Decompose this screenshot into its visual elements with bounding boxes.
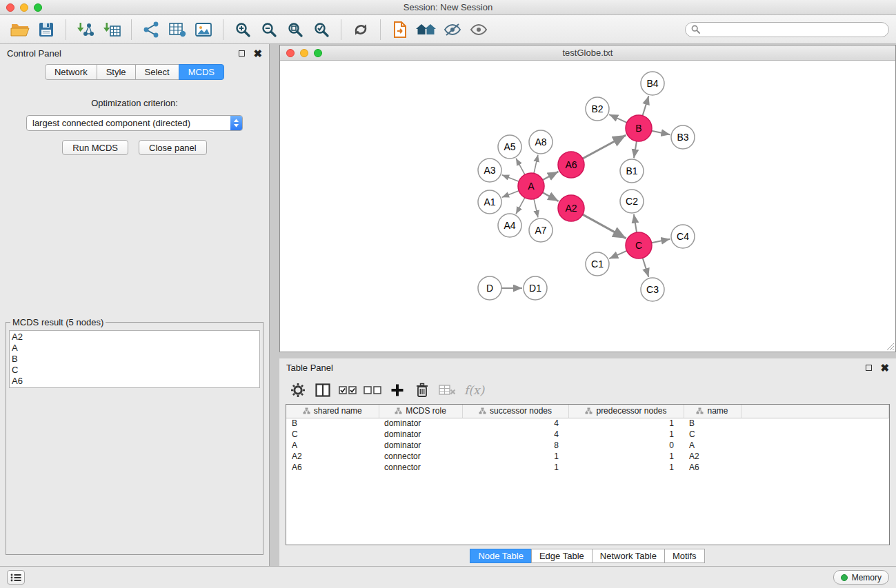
memory-button[interactable]: Memory (833, 570, 889, 585)
graph-edge-A-A7[interactable] (534, 199, 538, 218)
graph-edge-A6-B[interactable] (583, 135, 626, 159)
clear-table-button[interactable] (437, 380, 457, 401)
graph-edge-A-A3[interactable] (502, 175, 519, 181)
deselect-all-rows-button[interactable] (362, 380, 383, 401)
graph-edge-A-A8[interactable] (534, 155, 538, 174)
close-control-panel-button[interactable]: ✖ (253, 48, 262, 59)
zoom-out-button[interactable] (257, 18, 281, 41)
graph-edge-A2-C[interactable] (583, 214, 626, 239)
graph-edge-B-B4[interactable] (643, 96, 649, 116)
graph-edge-B-B3[interactable] (652, 131, 670, 134)
cell[interactable]: A6 (286, 462, 379, 473)
hide-details-button[interactable] (441, 18, 464, 41)
tab-network[interactable]: Network (45, 64, 97, 80)
import-network-button[interactable] (74, 18, 97, 41)
graph-edge-B-B1[interactable] (634, 141, 637, 158)
cell[interactable]: connector (379, 451, 462, 462)
tab-edge-table[interactable]: Edge Table (531, 549, 593, 563)
table-row[interactable]: Adominator80A (286, 440, 889, 451)
search-input[interactable] (704, 24, 883, 34)
zoom-in-button[interactable] (231, 18, 255, 41)
graph-edge-A-A1[interactable] (502, 191, 519, 197)
zoom-selected-button[interactable] (310, 18, 333, 41)
save-session-button[interactable] (34, 18, 58, 41)
run-mcds-button[interactable]: Run MCDS (62, 140, 128, 155)
table-row[interactable]: A6connector11A6 (286, 462, 889, 473)
cell[interactable]: dominator (379, 418, 462, 429)
function-builder-button[interactable]: f(x) (461, 383, 487, 397)
graph-edge-A-A6[interactable] (543, 172, 559, 180)
cell[interactable]: dominator (379, 429, 462, 440)
cell[interactable]: C (286, 429, 379, 440)
column-header-name[interactable]: name (684, 405, 741, 418)
cell[interactable]: A (684, 440, 741, 451)
optimization-criterion-dropdown[interactable]: largest connected component (directed) (26, 115, 243, 131)
network-window-titlebar[interactable]: testGlobe.txt (280, 45, 895, 61)
tab-node-table[interactable]: Node Table (470, 549, 532, 563)
tab-motifs[interactable]: Motifs (664, 549, 705, 563)
cell[interactable]: 0 (568, 440, 684, 451)
cell[interactable]: 1 (462, 451, 568, 462)
show-details-button[interactable] (467, 18, 490, 41)
cell[interactable]: 1 (568, 462, 684, 473)
graph-edge-C-C2[interactable] (634, 214, 637, 232)
network-table-button[interactable] (166, 18, 189, 41)
tab-select[interactable]: Select (135, 64, 179, 80)
cell[interactable]: 1 (568, 418, 684, 429)
cell[interactable]: A (286, 440, 379, 451)
result-item[interactable]: B (12, 354, 257, 365)
home-views-button[interactable] (415, 18, 438, 41)
new-network-button[interactable] (139, 18, 163, 41)
graph-edge-B-B2[interactable] (609, 114, 627, 123)
graph-edge-C-C3[interactable] (643, 258, 649, 277)
cell[interactable]: B (286, 418, 379, 429)
tab-mcds[interactable]: MCDS (179, 64, 224, 80)
cell[interactable]: A2 (684, 451, 741, 462)
result-item[interactable]: A6 (12, 376, 257, 387)
tab-network-table[interactable]: Network Table (592, 549, 665, 563)
cell[interactable]: 1 (568, 451, 684, 462)
mcds-result-list[interactable]: A2ABCA6 (9, 330, 260, 388)
delete-column-button[interactable] (412, 380, 432, 401)
table-settings-button[interactable] (288, 380, 308, 401)
float-table-panel-button[interactable] (866, 365, 872, 371)
select-all-rows-button[interactable] (337, 380, 358, 401)
graph-edge-A-A5[interactable] (516, 159, 525, 175)
export-image-button[interactable] (192, 18, 215, 41)
cell[interactable]: A6 (684, 462, 741, 473)
float-panel-button[interactable] (239, 50, 245, 57)
close-table-panel-button[interactable]: ✖ (880, 363, 889, 373)
show-task-history-button[interactable] (7, 570, 25, 585)
column-visibility-button[interactable] (312, 380, 333, 401)
cell[interactable]: B (684, 418, 741, 429)
resize-grip-icon[interactable] (886, 343, 895, 351)
graph-edge-C-C4[interactable] (652, 239, 670, 243)
cell[interactable]: 4 (462, 418, 568, 429)
cell[interactable]: A2 (286, 451, 379, 462)
table-row[interactable]: A2connector11A2 (286, 451, 889, 462)
close-panel-button[interactable]: Close panel (139, 140, 207, 155)
import-document-button[interactable] (388, 18, 412, 41)
cell[interactable]: 4 (462, 429, 568, 440)
graph-edge-C-C1[interactable] (609, 251, 626, 258)
cell[interactable]: dominator (379, 440, 462, 451)
tab-style[interactable]: Style (97, 64, 136, 80)
table-row[interactable]: Bdominator41B (286, 418, 889, 429)
open-session-button[interactable] (8, 18, 32, 41)
cell[interactable]: connector (379, 462, 462, 473)
zoom-fit-button[interactable] (283, 18, 307, 41)
cell[interactable]: C (684, 429, 741, 440)
result-item[interactable]: A2 (12, 332, 257, 343)
column-header-predecessor-nodes[interactable]: predecessor nodes (568, 405, 684, 418)
graph-edge-A-A4[interactable] (516, 198, 525, 214)
cell[interactable]: 1 (462, 462, 568, 473)
network-canvas[interactable]: B4B2BB3A8A5A6A3B1AC2A1A2A4A7C4CC1C3DD1 (280, 61, 895, 352)
add-column-button[interactable] (387, 380, 408, 401)
table-row[interactable]: Cdominator41C (286, 429, 889, 440)
column-header-shared-name[interactable]: shared name (286, 405, 379, 418)
cell[interactable]: 1 (568, 429, 684, 440)
result-item[interactable]: A (12, 343, 257, 354)
result-item[interactable]: C (12, 365, 257, 376)
column-header-successor-nodes[interactable]: successor nodes (462, 405, 568, 418)
apply-layout-button[interactable] (349, 18, 372, 41)
